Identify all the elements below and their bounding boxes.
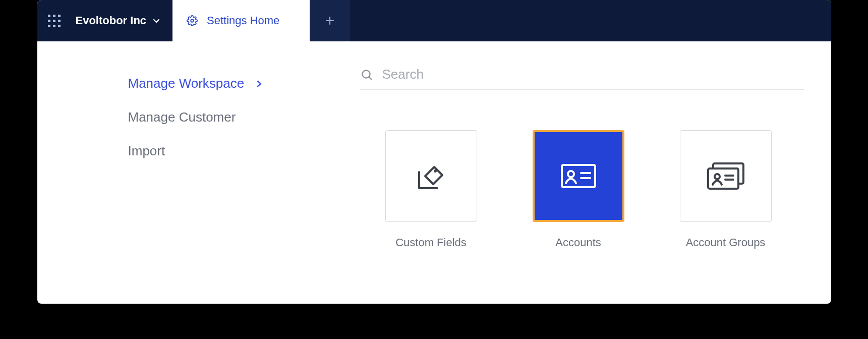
tile-label: Accounts	[555, 236, 601, 249]
svg-rect-11	[708, 168, 738, 189]
search-row	[360, 67, 804, 90]
chevron-down-icon	[152, 17, 160, 25]
tile-label: Account Groups	[686, 236, 766, 249]
tile-label: Custom Fields	[395, 236, 467, 249]
org-name: Evoltobor Inc	[76, 14, 147, 27]
tile-custom-fields[interactable]: Custom Fields	[385, 130, 477, 249]
tile-box	[680, 130, 772, 222]
chevron-right-icon	[255, 80, 263, 88]
content: Manage Workspace Manage Customer Import	[37, 41, 831, 304]
tile-box	[385, 130, 477, 222]
topbar: Evoltobor Inc Settings Home	[37, 0, 831, 41]
svg-point-7	[568, 171, 574, 177]
svg-rect-6	[562, 165, 595, 187]
tile-account-groups[interactable]: Account Groups	[680, 130, 772, 249]
app-menu: Evoltobor Inc	[37, 0, 173, 41]
app-window: Evoltobor Inc Settings Home	[37, 0, 831, 304]
svg-line-4	[369, 77, 371, 79]
sidebar-item-label: Import	[128, 143, 165, 159]
search-input[interactable]	[382, 67, 804, 82]
sidebar: Manage Workspace Manage Customer Import	[37, 67, 320, 304]
sidebar-item-manage-workspace[interactable]: Manage Workspace	[128, 67, 320, 100]
gear-icon	[187, 15, 198, 26]
tile-box	[533, 130, 624, 222]
apps-grid-icon[interactable]	[47, 14, 62, 28]
sidebar-item-manage-customer[interactable]: Manage Customer	[128, 100, 320, 134]
sidebar-item-import[interactable]: Import	[128, 134, 320, 168]
tab-settings-home[interactable]: Settings Home	[172, 0, 310, 41]
tile-accounts[interactable]: Accounts	[533, 130, 624, 249]
sidebar-item-label: Manage Customer	[128, 109, 236, 125]
svg-point-0	[191, 19, 194, 22]
org-selector[interactable]: Evoltobor Inc	[76, 14, 161, 27]
main: Custom Fields	[320, 67, 831, 304]
add-tab-button[interactable]	[310, 0, 350, 41]
id-cards-icon	[706, 161, 745, 191]
id-card-icon	[560, 163, 597, 189]
svg-point-5	[434, 170, 437, 173]
search-icon	[360, 68, 373, 81]
tab-label: Settings Home	[207, 14, 279, 27]
plus-icon	[324, 15, 336, 27]
tiles: Custom Fields	[360, 130, 811, 249]
sidebar-item-label: Manage Workspace	[128, 76, 245, 91]
tag-icon	[415, 161, 447, 191]
